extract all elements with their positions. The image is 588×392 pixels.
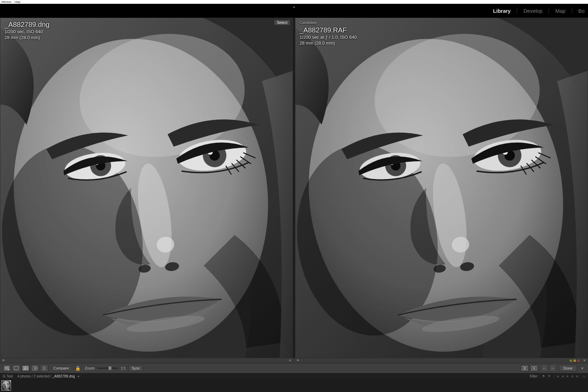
svg-rect-22 <box>6 366 8 367</box>
lock-icon[interactable]: 🔒 <box>75 366 81 371</box>
toolbar-menu-icon[interactable]: ▾ <box>580 366 585 371</box>
sync-button[interactable]: Sync <box>128 365 143 371</box>
people-view-button[interactable] <box>40 365 48 372</box>
candidate-tag: Candidate <box>300 20 357 25</box>
separator <box>572 8 572 13</box>
view-mode-group: XY <box>3 365 48 372</box>
chevron-down-icon[interactable]: ▼ <box>77 375 80 378</box>
menu-window[interactable]: Window <box>1 0 11 3</box>
svg-rect-26 <box>8 368 9 369</box>
compare-view: Select _A882789.dng 1/200 sec, ISO 640 2… <box>0 18 588 358</box>
candidate-filename: _A882789.RAF <box>300 26 357 35</box>
select-filename: _A882789.dng <box>4 20 49 29</box>
menu-help[interactable]: Help <box>15 0 20 3</box>
swap-button[interactable] <box>521 365 529 372</box>
zoom-label: Zoom <box>85 366 94 370</box>
footer-dots: · · · · · <box>138 359 156 362</box>
compare-view-button[interactable]: XY <box>21 365 30 372</box>
swap-group <box>521 365 538 372</box>
filter-lock-icon[interactable]: ⎋ <box>583 374 585 378</box>
breadcrumb-bar: G Test 4 photos / 2 selected / _A882789.… <box>0 373 588 379</box>
svg-rect-35 <box>33 366 35 370</box>
select-badge: Select <box>274 20 290 25</box>
svg-text:X: X <box>24 367 25 370</box>
svg-rect-25 <box>6 368 8 369</box>
flag-icon[interactable]: ⚑ <box>2 359 5 362</box>
candidate-info-overlay: Candidate _A882789.RAF 1/200 sec at ƒ / … <box>300 20 357 46</box>
svg-rect-40 <box>525 366 527 370</box>
module-map[interactable]: Map <box>554 8 567 14</box>
module-library[interactable]: Library <box>492 8 512 14</box>
module-develop[interactable]: Develop <box>522 8 544 14</box>
make-select-button[interactable] <box>530 365 538 372</box>
filter-stars[interactable]: ★ ★ ★ ★ ★ <box>557 374 579 378</box>
svg-point-38 <box>43 366 45 368</box>
select-footer: ⚑ · · · · · ✕ <box>0 358 294 363</box>
candidate-footer: ⚑ ✕ <box>294 358 588 363</box>
prev-photo-button[interactable]: ← <box>541 365 548 372</box>
separator <box>549 8 549 13</box>
breadcrumb-current: _A882789.dng <box>52 374 75 378</box>
light-yellow <box>573 360 576 362</box>
zoom-slider-thumb[interactable] <box>109 366 111 370</box>
flag-pick-icon[interactable]: ⚑ <box>542 374 545 378</box>
light-red <box>577 360 580 362</box>
candidate-focal: 28 mm (28.0 mm) <box>300 40 357 46</box>
filter-flags[interactable]: ⚑ ⚑ <box>541 374 551 378</box>
filmstrip[interactable] <box>0 379 588 392</box>
breadcrumb-path[interactable]: G Test 4 photos / 2 selected / _A882789.… <box>3 374 80 378</box>
module-book[interactable]: Bo <box>577 8 586 14</box>
module-picker-bar: ▲ Library Develop Map Bo <box>0 4 588 18</box>
svg-rect-41 <box>531 366 533 370</box>
svg-rect-30 <box>14 366 18 370</box>
svg-rect-28 <box>6 369 8 370</box>
next-photo-button[interactable]: → <box>549 365 556 372</box>
toolbar: XY Compare : 🔒 Zoom 1:1 Sync ← → Done ▾ <box>0 363 588 373</box>
panel-footer-bar: ⚑ · · · · · ✕ ⚑ ✕ <box>0 358 588 363</box>
breadcrumb-folder: G Test <box>3 374 13 378</box>
filter-divider: | <box>553 374 554 378</box>
zoom-ratio-label[interactable]: 1:1 <box>121 366 126 370</box>
os-menu-bar: Window Help <box>0 0 588 4</box>
close-icon[interactable]: ✕ <box>289 359 292 362</box>
filmstrip-thumb[interactable] <box>1 380 11 391</box>
svg-rect-29 <box>8 369 9 370</box>
candidate-exposure: 1/200 sec at ƒ / 1.0, ISO 640 <box>300 35 357 40</box>
candidate-panel[interactable]: Candidate _A882789.RAF 1/200 sec at ƒ / … <box>295 18 588 358</box>
close-icon[interactable]: ✕ <box>583 359 586 362</box>
svg-rect-23 <box>8 366 9 367</box>
select-image[interactable] <box>0 18 293 358</box>
svg-rect-37 <box>35 368 37 370</box>
svg-rect-36 <box>35 366 37 368</box>
separator <box>517 8 517 13</box>
zoom-slider[interactable] <box>97 367 118 369</box>
compare-label: Compare : <box>53 366 71 370</box>
status-lights: ✕ <box>570 359 586 362</box>
filter-label: Filter : <box>530 374 540 378</box>
select-panel[interactable]: Select _A882789.dng 1/200 sec, ISO 640 2… <box>0 18 293 358</box>
flag-icon[interactable]: ⚑ <box>296 359 299 362</box>
done-button[interactable]: Done <box>559 365 577 372</box>
grid-view-button[interactable] <box>3 365 11 372</box>
flag-reject-icon[interactable]: ⚑ <box>548 374 551 378</box>
select-info-overlay: _A882789.dng 1/200 sec, ISO 640 28 mm (2… <box>4 20 49 41</box>
loupe-view-button[interactable] <box>12 365 20 372</box>
select-focal: 28 mm (28.0 mm) <box>4 35 49 41</box>
svg-text:Y: Y <box>27 367 28 370</box>
nav-arrows: ← → <box>541 365 556 372</box>
svg-rect-42 <box>535 366 537 370</box>
svg-rect-39 <box>522 366 524 370</box>
light-green <box>570 360 572 362</box>
candidate-image[interactable] <box>295 18 588 358</box>
svg-rect-27 <box>4 369 6 370</box>
svg-rect-24 <box>4 368 6 369</box>
survey-view-button[interactable] <box>31 365 39 372</box>
panel-collapse-icon[interactable]: ▲ <box>292 4 296 9</box>
svg-rect-21 <box>4 366 6 367</box>
breadcrumb-stats: 4 photos / 2 selected / <box>18 374 52 378</box>
select-exposure: 1/200 sec, ISO 640 <box>4 29 49 35</box>
